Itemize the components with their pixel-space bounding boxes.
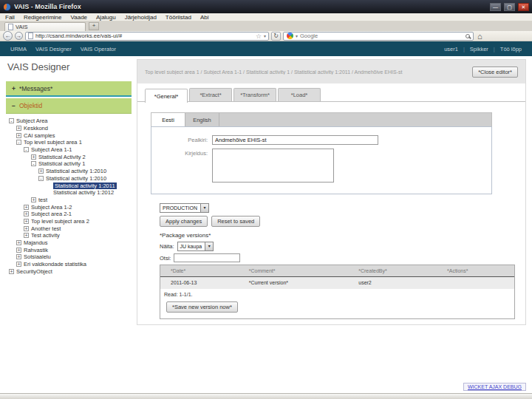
- editor-tab-3[interactable]: *Load*: [278, 88, 321, 101]
- tree-node-label[interactable]: Statistical Activity 2: [38, 154, 86, 160]
- tree-node-label[interactable]: Eri valdkondade statistika: [24, 261, 86, 267]
- tree-node-label[interactable]: Subject area 2-1: [31, 211, 72, 217]
- tree-node[interactable]: +Rahvastik: [6, 246, 132, 253]
- menu-item[interactable]: Ajalugu: [96, 14, 116, 21]
- reset-to-saved-button[interactable]: Reset to saved: [211, 216, 260, 227]
- chevron-down-icon[interactable]: ▾: [200, 204, 208, 212]
- tree-node[interactable]: +Top level subject area 2: [6, 218, 132, 225]
- tree-node[interactable]: Statistical activity 1:2011: [6, 182, 132, 189]
- tree-node-label[interactable]: Keskkond: [24, 125, 48, 132]
- new-tab-button[interactable]: +: [89, 22, 99, 30]
- tree-expander-icon[interactable]: +: [16, 240, 21, 245]
- tree-node-label[interactable]: SecurityObject: [16, 268, 52, 275]
- status-select[interactable]: PRODUCTION ▾: [160, 203, 209, 213]
- chevron-down-icon[interactable]: ▾: [205, 242, 213, 250]
- tree-node-label[interactable]: test: [38, 197, 47, 203]
- tree-expander-icon[interactable]: +: [24, 211, 29, 216]
- tree-node[interactable]: -Top level subject area 1: [6, 139, 132, 146]
- tree-expander-icon[interactable]: +: [24, 219, 29, 224]
- tree-expander-icon[interactable]: -: [31, 161, 36, 166]
- tree-expander-icon[interactable]: +: [16, 133, 21, 138]
- apply-changes-button[interactable]: Apply changes: [160, 216, 208, 227]
- accordion-messages[interactable]: + *Messages*: [6, 81, 132, 97]
- tree-node[interactable]: +Test activity: [6, 232, 132, 239]
- wicket-ajax-debug-link[interactable]: WICKET AJAX DEBUG: [463, 383, 526, 391]
- tree-node-label[interactable]: Subject Area 1-1: [31, 146, 72, 153]
- tree-node[interactable]: +Sotsiaalelu: [6, 253, 132, 261]
- tree-node[interactable]: -Statistical activity 1:2010: [6, 175, 132, 183]
- tree-node-label[interactable]: Test activity: [31, 232, 60, 239]
- tree-node[interactable]: +Another test: [6, 225, 132, 232]
- tree-expander-icon[interactable]: +: [24, 226, 29, 231]
- editor-tab-1[interactable]: *Extract*: [189, 88, 232, 101]
- tree-expander-icon[interactable]: +: [16, 248, 21, 253]
- nav-urma[interactable]: URMA: [10, 46, 27, 52]
- close-button[interactable]: ✕: [518, 3, 529, 11]
- accordion-objektid[interactable]: − Objektid: [6, 98, 132, 114]
- tree-node[interactable]: +Statistical Activity 2: [6, 153, 132, 160]
- search-box[interactable]: ▾: [283, 32, 474, 41]
- maximize-button[interactable]: ▢: [504, 3, 515, 11]
- tree-node[interactable]: +Subject Area 1-2: [6, 203, 132, 211]
- tree-node-label[interactable]: CAI samples: [24, 132, 55, 139]
- browser-tab-vais[interactable]: VAIS: [4, 22, 86, 31]
- forward-button[interactable]: →: [15, 32, 23, 40]
- minimize-button[interactable]: —: [490, 3, 501, 11]
- menu-item[interactable]: Fail: [5, 14, 15, 21]
- tree-expander-icon[interactable]: +: [38, 168, 44, 174]
- tree-expander-icon[interactable]: +: [31, 154, 36, 160]
- tree-node[interactable]: +CAI samples: [6, 132, 132, 139]
- bookmark-star-icon[interactable]: ☆: [256, 33, 262, 40]
- title-input[interactable]: [212, 135, 378, 145]
- tree-node-label[interactable]: Statistical activity 1: [38, 160, 85, 167]
- tree-node-label[interactable]: Statistical activity 1:2010: [46, 175, 106, 182]
- tree-expander-icon[interactable]: +: [31, 197, 36, 202]
- menu-item[interactable]: Tööriistad: [166, 14, 191, 21]
- menu-item[interactable]: Vaade: [70, 14, 87, 21]
- editor-tab-0[interactable]: *General*: [145, 89, 188, 103]
- home-button[interactable]: ⌂: [476, 32, 484, 41]
- search-engine-dropdown-icon[interactable]: ▾: [296, 33, 298, 38]
- tree-expander-icon[interactable]: -: [24, 147, 29, 152]
- tree-node-label[interactable]: Statistical activity 1:2012: [53, 189, 114, 196]
- editor-tab-2[interactable]: *Transform*: [233, 88, 276, 101]
- url-bar[interactable]: ☆ ▾: [25, 32, 269, 41]
- back-button[interactable]: ←: [3, 31, 13, 41]
- tree-expander-icon[interactable]: +: [16, 254, 21, 259]
- tree-node-label[interactable]: Another test: [31, 225, 61, 232]
- tree-node-label[interactable]: Subject Area 1-2: [31, 204, 72, 211]
- reload-button[interactable]: ↻: [271, 32, 281, 41]
- search-input[interactable]: [300, 33, 463, 40]
- tree-expander-icon[interactable]: +: [16, 126, 21, 131]
- description-textarea[interactable]: [212, 149, 334, 183]
- tree-node-label[interactable]: Top level subject area 1: [24, 139, 82, 146]
- tree-expander-icon[interactable]: +: [24, 205, 29, 210]
- tree-node[interactable]: -Subject Area 1-1: [6, 146, 132, 154]
- logout-link[interactable]: Töö lõpp: [500, 46, 522, 52]
- lang-tab-0[interactable]: Eesti: [151, 113, 185, 126]
- tree-node[interactable]: -Statistical activity 1: [6, 160, 132, 168]
- tree-node[interactable]: +SecurityObject: [6, 267, 132, 275]
- nav-vais-operator[interactable]: VAIS Operator: [81, 46, 116, 52]
- menu-item[interactable]: Abi: [200, 14, 209, 21]
- tree-node-label[interactable]: Statistical activity 1:2011: [53, 183, 117, 189]
- tree-node[interactable]: +Keskkond: [6, 125, 132, 132]
- tree-node-label[interactable]: Rahvastik: [24, 247, 48, 253]
- tree-expander-icon[interactable]: -: [9, 118, 14, 123]
- tree-node[interactable]: -Subject Area: [6, 117, 132, 125]
- tree-expander-icon[interactable]: -: [38, 176, 44, 181]
- tree-node-label[interactable]: Sotsiaalelu: [24, 253, 51, 260]
- tree-node[interactable]: +Eri valdkondade statistika: [6, 261, 132, 268]
- tree-expander-icon[interactable]: +: [9, 269, 14, 274]
- menu-item[interactable]: Redigeerimine: [24, 14, 62, 21]
- tree-node-label[interactable]: Subject Area: [16, 117, 48, 124]
- url-input[interactable]: [35, 33, 253, 40]
- close-editor-button[interactable]: *Close editor*: [472, 66, 518, 78]
- search-magnifier-icon[interactable]: [466, 34, 470, 38]
- url-dropdown-icon[interactable]: ▾: [264, 33, 266, 38]
- tree-node[interactable]: Statistical activity 1:2012: [6, 189, 132, 197]
- lang-tab-1[interactable]: English: [185, 113, 219, 126]
- help-link[interactable]: Spikker: [470, 46, 488, 52]
- tree-expander-icon[interactable]: +: [16, 262, 21, 267]
- tree-expander-icon[interactable]: -: [16, 140, 21, 145]
